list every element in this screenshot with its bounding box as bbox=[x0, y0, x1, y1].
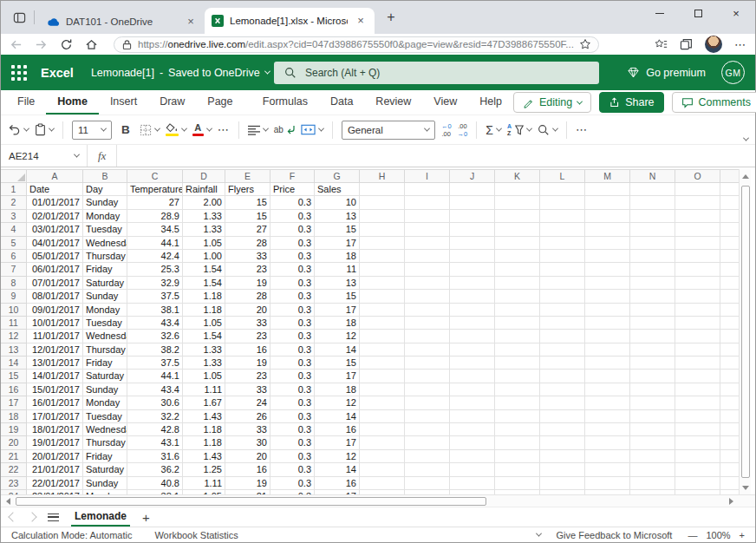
cell-O2[interactable] bbox=[675, 196, 720, 209]
cell-K7[interactable] bbox=[495, 263, 540, 276]
col-header-N[interactable]: N bbox=[630, 169, 675, 183]
cell-H22[interactable] bbox=[360, 463, 405, 476]
cell-B4[interactable]: Tuesday bbox=[83, 223, 127, 236]
cell-L16[interactable] bbox=[540, 383, 585, 396]
cell-M8[interactable] bbox=[585, 277, 630, 290]
cell-J10[interactable] bbox=[450, 304, 495, 317]
cell-A18[interactable]: 17/01/2017 bbox=[27, 410, 83, 423]
cell-K22[interactable] bbox=[495, 463, 540, 476]
cell-F22[interactable]: 0.3 bbox=[270, 463, 315, 476]
cell-I9[interactable] bbox=[405, 290, 450, 303]
cell-C14[interactable]: 37.5 bbox=[127, 357, 183, 370]
cell-G23[interactable]: 16 bbox=[315, 477, 360, 490]
row-header-15[interactable]: 15 bbox=[1, 370, 27, 383]
cell-L18[interactable] bbox=[540, 410, 585, 423]
cell-C10[interactable]: 38.1 bbox=[127, 304, 183, 317]
cell-G15[interactable]: 17 bbox=[315, 370, 360, 383]
cell-B23[interactable]: Sunday bbox=[83, 477, 127, 490]
cell-J15[interactable] bbox=[450, 370, 495, 383]
cell-B16[interactable]: Sunday bbox=[83, 383, 127, 396]
cell-K2[interactable] bbox=[495, 196, 540, 209]
cell-N7[interactable] bbox=[630, 263, 675, 276]
cell-G1[interactable]: Sales bbox=[315, 183, 360, 196]
cell-G5[interactable]: 17 bbox=[315, 237, 360, 250]
cell-N2[interactable] bbox=[630, 196, 675, 209]
vertical-scrollbar[interactable] bbox=[739, 169, 751, 494]
cell-K9[interactable] bbox=[495, 290, 540, 303]
cell-D2[interactable]: 2.00 bbox=[183, 196, 225, 209]
cell-F10[interactable]: 0.3 bbox=[270, 304, 315, 317]
cell-F6[interactable]: 0.3 bbox=[270, 250, 315, 263]
cell-C18[interactable]: 32.2 bbox=[127, 410, 183, 423]
cell-B22[interactable]: Saturday bbox=[83, 463, 127, 476]
cell-E16[interactable]: 33 bbox=[225, 383, 270, 396]
cell-M15[interactable] bbox=[585, 370, 630, 383]
cell-N6[interactable] bbox=[630, 250, 675, 263]
row-header-18[interactable]: 18 bbox=[1, 410, 27, 423]
cell-J9[interactable] bbox=[450, 290, 495, 303]
cell-N4[interactable] bbox=[630, 223, 675, 236]
cell-J23[interactable] bbox=[450, 477, 495, 490]
cell-J19[interactable] bbox=[450, 423, 495, 436]
cell-H14[interactable] bbox=[360, 357, 405, 370]
row-header-6[interactable]: 6 bbox=[1, 250, 27, 263]
cell-G7[interactable]: 11 bbox=[315, 263, 360, 276]
cell-I12[interactable] bbox=[405, 330, 450, 343]
cell-E5[interactable]: 28 bbox=[225, 237, 270, 250]
cell-A11[interactable]: 10/01/2017 bbox=[27, 317, 83, 330]
cell-H13[interactable] bbox=[360, 343, 405, 357]
cell-E15[interactable]: 23 bbox=[225, 370, 270, 383]
cell-J12[interactable] bbox=[450, 330, 495, 343]
address-bar[interactable]: https://onedrive.live.com/edit.aspx?cid=… bbox=[114, 36, 599, 53]
bold-button[interactable]: B bbox=[121, 123, 130, 136]
cell-P2[interactable] bbox=[720, 196, 739, 209]
zoom-in-button[interactable]: + bbox=[740, 530, 745, 540]
cell-C8[interactable]: 32.9 bbox=[127, 277, 183, 290]
increase-decimal-button[interactable]: ←0.00 bbox=[441, 122, 452, 138]
cell-M13[interactable] bbox=[585, 343, 630, 357]
cell-B13[interactable]: Thursday bbox=[83, 343, 127, 357]
cell-K21[interactable] bbox=[495, 450, 540, 463]
cell-P18[interactable] bbox=[720, 410, 739, 423]
cell-H12[interactable] bbox=[360, 330, 405, 343]
cell-O22[interactable] bbox=[675, 463, 720, 476]
cell-A21[interactable]: 20/01/2017 bbox=[27, 450, 83, 463]
status-chevron-icon[interactable] bbox=[535, 531, 541, 537]
cell-E21[interactable]: 20 bbox=[225, 450, 270, 463]
ribbon-tab-page-layout[interactable]: Page Layout bbox=[196, 90, 251, 114]
cell-F4[interactable]: 0.3 bbox=[270, 223, 315, 236]
cell-A7[interactable]: 06/01/2017 bbox=[27, 263, 83, 276]
row-header-12[interactable]: 12 bbox=[1, 330, 27, 343]
cell-G9[interactable]: 15 bbox=[315, 290, 360, 303]
cell-E23[interactable]: 19 bbox=[225, 477, 270, 490]
cell-E8[interactable]: 19 bbox=[225, 277, 270, 290]
cell-M23[interactable] bbox=[585, 477, 630, 490]
cell-H21[interactable] bbox=[360, 450, 405, 463]
cell-K18[interactable] bbox=[495, 410, 540, 423]
cell-P21[interactable] bbox=[720, 450, 739, 463]
fill-color-button[interactable] bbox=[166, 123, 186, 136]
cell-H20[interactable] bbox=[360, 436, 405, 449]
sheet-list-icon[interactable] bbox=[48, 514, 59, 521]
ribbon-tab-home[interactable]: Home bbox=[46, 90, 99, 114]
cell-C13[interactable]: 38.2 bbox=[127, 343, 183, 357]
cell-M16[interactable] bbox=[585, 383, 630, 396]
align-button[interactable] bbox=[248, 125, 268, 135]
cell-E6[interactable]: 33 bbox=[225, 250, 270, 263]
close-window-button[interactable]: × bbox=[717, 1, 755, 25]
refresh-icon[interactable] bbox=[60, 38, 73, 51]
cell-N15[interactable] bbox=[630, 370, 675, 383]
cell-I5[interactable] bbox=[405, 237, 450, 250]
cell-G12[interactable]: 12 bbox=[315, 330, 360, 343]
forward-icon[interactable] bbox=[35, 38, 48, 51]
cell-A15[interactable]: 14/01/2017 bbox=[27, 370, 83, 383]
cell-N9[interactable] bbox=[630, 290, 675, 303]
vertical-scroll-thumb[interactable] bbox=[741, 186, 750, 478]
cell-H10[interactable] bbox=[360, 304, 405, 317]
cell-I20[interactable] bbox=[405, 436, 450, 449]
cell-G3[interactable]: 13 bbox=[315, 210, 360, 223]
cell-D9[interactable]: 1.18 bbox=[183, 290, 225, 303]
cell-I16[interactable] bbox=[405, 383, 450, 396]
cell-G10[interactable]: 17 bbox=[315, 304, 360, 317]
cell-B2[interactable]: Sunday bbox=[83, 196, 127, 209]
